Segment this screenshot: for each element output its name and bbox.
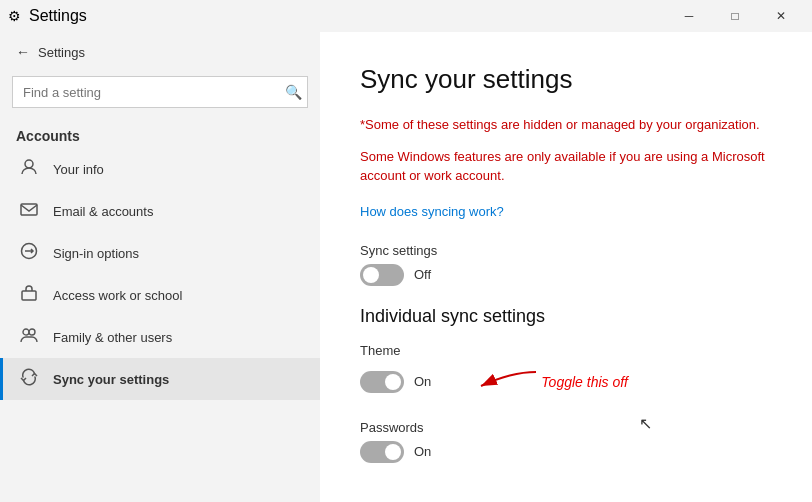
theme-toggle-knob	[385, 374, 401, 390]
info-text: Some Windows features are only available…	[360, 147, 772, 186]
access-work-icon	[19, 284, 39, 306]
minimize-button[interactable]: ─	[666, 0, 712, 32]
search-container: 🔍	[12, 76, 308, 108]
arrow-icon	[451, 364, 541, 400]
sidebar-item-label: Sign-in options	[53, 246, 139, 261]
sidebar: ← Settings 🔍 Accounts Your info Email & …	[0, 32, 320, 502]
title-bar-title: Settings	[29, 7, 87, 25]
annotation-label: Toggle this off	[541, 374, 628, 390]
svg-rect-3	[22, 291, 36, 300]
sidebar-item-label: Your info	[53, 162, 104, 177]
passwords-toggle[interactable]	[360, 441, 404, 463]
search-button[interactable]: 🔍	[285, 84, 302, 100]
search-input[interactable]	[12, 76, 308, 108]
back-arrow-icon: ←	[16, 44, 30, 60]
theme-state-label: On	[414, 374, 431, 389]
svg-rect-1	[21, 204, 37, 215]
passwords-toggle-knob	[385, 444, 401, 460]
svg-point-4	[23, 329, 29, 335]
sidebar-item-signin[interactable]: Sign-in options	[0, 232, 320, 274]
maximize-button[interactable]: □	[712, 0, 758, 32]
main-container: ← Settings 🔍 Accounts Your info Email & …	[0, 32, 812, 502]
theme-toggle[interactable]	[360, 371, 404, 393]
passwords-label: Passwords	[360, 420, 772, 435]
arrow-annotation: Toggle this off	[451, 364, 628, 400]
settings-icon: ⚙	[8, 8, 21, 24]
your-info-icon	[19, 158, 39, 180]
title-bar: ⚙ Settings ─ □ ✕	[0, 0, 812, 32]
sync-settings-toggle-row: Off	[360, 264, 772, 286]
signin-icon	[19, 242, 39, 264]
svg-point-0	[25, 160, 33, 168]
individual-sync-title: Individual sync settings	[360, 306, 772, 327]
close-button[interactable]: ✕	[758, 0, 804, 32]
svg-point-5	[29, 329, 35, 335]
sync-settings-state: Off	[414, 267, 431, 282]
sidebar-item-your-info[interactable]: Your info	[0, 148, 320, 190]
sidebar-item-label: Access work or school	[53, 288, 182, 303]
sync-settings-label: Sync settings	[360, 243, 772, 258]
passwords-toggle-row: On	[360, 441, 772, 463]
sidebar-item-sync[interactable]: Sync your settings	[0, 358, 320, 400]
passwords-row: Passwords On	[360, 420, 772, 463]
sidebar-item-label: Family & other users	[53, 330, 172, 345]
how-syncing-works-link[interactable]: How does syncing work?	[360, 204, 504, 219]
warning-text: *Some of these settings are hidden or ma…	[360, 115, 772, 135]
email-icon	[19, 200, 39, 222]
sidebar-section-title: Accounts	[0, 120, 320, 148]
search-icon: 🔍	[285, 84, 302, 100]
back-button[interactable]: ← Settings	[0, 32, 320, 72]
theme-toggle-container: On Toggle this off	[360, 364, 772, 400]
sidebar-item-email[interactable]: Email & accounts	[0, 190, 320, 232]
family-icon	[19, 326, 39, 348]
title-bar-left: ⚙ Settings	[8, 7, 87, 25]
theme-label: Theme	[360, 343, 772, 358]
theme-toggle-row: On	[360, 371, 431, 393]
passwords-toggle-slider	[360, 441, 404, 463]
sidebar-item-family[interactable]: Family & other users	[0, 316, 320, 358]
sync-toggle-knob	[363, 267, 379, 283]
content-area: Sync your settings *Some of these settin…	[320, 32, 812, 502]
page-title: Sync your settings	[360, 64, 772, 95]
sync-toggle-slider	[360, 264, 404, 286]
sidebar-item-label: Sync your settings	[53, 372, 169, 387]
title-bar-controls: ─ □ ✕	[666, 0, 804, 32]
sync-settings-toggle[interactable]	[360, 264, 404, 286]
passwords-state-label: On	[414, 444, 431, 459]
sidebar-item-label: Email & accounts	[53, 204, 153, 219]
sync-settings-row: Sync settings Off	[360, 243, 772, 286]
content-inner: Sync your settings *Some of these settin…	[360, 64, 772, 463]
back-label: Settings	[38, 45, 85, 60]
sidebar-item-access-work[interactable]: Access work or school	[0, 274, 320, 316]
theme-row: Theme On	[360, 343, 772, 400]
theme-toggle-slider	[360, 371, 404, 393]
sync-icon	[19, 368, 39, 390]
